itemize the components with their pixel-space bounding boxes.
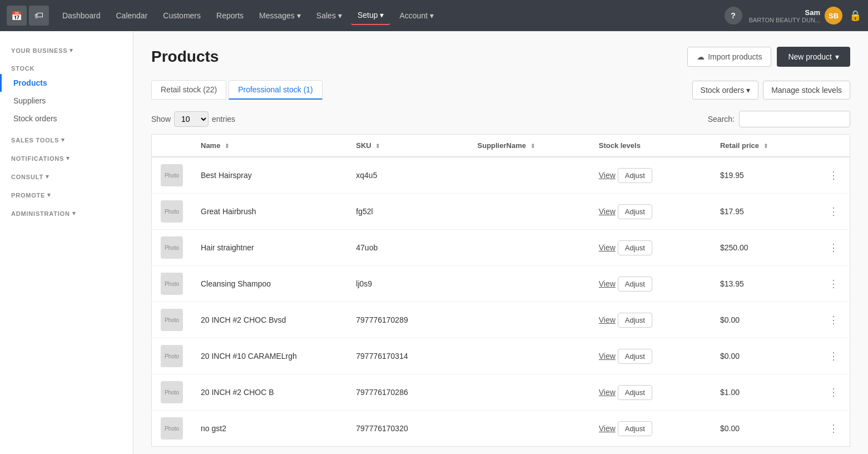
cell-photo: Photo	[152, 230, 192, 266]
price-value: $250.00	[720, 243, 748, 252]
nav-customers[interactable]: Customers	[156, 7, 207, 24]
sidebar-section-your-business: YOUR BUSINESS ▾	[0, 42, 133, 56]
nav-account-label: Account	[399, 11, 428, 20]
table-controls: Show 10 25 50 100 entries Search:	[151, 111, 850, 127]
nav-reports[interactable]: Reports	[210, 7, 250, 24]
new-product-button[interactable]: New product ▾	[777, 47, 850, 67]
view-stock-button[interactable]: View	[599, 279, 616, 288]
show-label: Show	[151, 115, 171, 124]
more-options-button[interactable]: ⋮	[826, 167, 841, 184]
adjust-stock-button[interactable]: Adjust	[618, 313, 652, 328]
nav-account[interactable]: Account ▾	[393, 7, 440, 24]
more-options-button[interactable]: ⋮	[826, 275, 841, 292]
adjust-stock-button[interactable]: Adjust	[618, 421, 652, 436]
nav-dashboard[interactable]: Dashboard	[56, 7, 107, 24]
cell-photo: Photo	[152, 302, 192, 338]
view-stock-button[interactable]: View	[599, 207, 616, 216]
photo-placeholder: Photo	[161, 273, 183, 295]
chevron-down-icon: ▾	[47, 191, 51, 199]
photo-placeholder: Photo	[161, 236, 183, 259]
more-options-button[interactable]: ⋮	[826, 312, 841, 328]
cell-actions: ⋮	[817, 302, 850, 338]
more-options-button[interactable]: ⋮	[826, 420, 841, 437]
manage-stock-button[interactable]: Manage stock levels	[763, 81, 850, 100]
cell-photo: Photo	[152, 194, 192, 230]
table-row: Photo 20 INCH #2 CHOC Bvsd 797776170289 …	[152, 302, 850, 338]
sidebar-stock-label: STOCK	[11, 65, 34, 72]
cell-name: Cleansing Shampoo	[192, 266, 347, 302]
view-stock-button[interactable]: View	[599, 388, 616, 397]
nav-setup[interactable]: Setup ▾	[351, 6, 391, 25]
view-stock-button[interactable]: View	[599, 243, 616, 252]
sidebar-section-administration: ADMINISTRATION ▾	[0, 205, 133, 219]
cell-name: Best Hairspray	[192, 157, 347, 194]
sidebar-your-business-label: YOUR BUSINESS	[11, 47, 67, 54]
adjust-stock-button[interactable]: Adjust	[618, 204, 652, 219]
tag-icon-btn[interactable]: 🏷	[29, 6, 49, 26]
nav-sales[interactable]: Sales ▾	[310, 7, 349, 24]
cell-supplier	[469, 411, 590, 447]
cell-sku: 47uob	[347, 230, 468, 266]
sidebar-sales-tools-label: SALES TOOLS	[11, 137, 59, 144]
cell-stock: View Adjust	[590, 230, 711, 266]
cell-price: $17.95	[711, 194, 817, 230]
tab-retail[interactable]: Retail stock (22)	[151, 80, 226, 100]
table-row: Photo Great Hairbrush fg52l View Adjust …	[152, 194, 850, 230]
adjust-stock-button[interactable]: Adjust	[618, 240, 652, 255]
adjust-stock-button[interactable]: Adjust	[618, 277, 652, 292]
cell-photo: Photo	[152, 157, 192, 194]
sidebar-item-products[interactable]: Products	[0, 74, 133, 92]
adjust-stock-button[interactable]: Adjust	[618, 385, 652, 400]
more-options-button[interactable]: ⋮	[826, 203, 841, 220]
nav-calendar[interactable]: Calendar	[110, 7, 155, 24]
help-button[interactable]: ?	[725, 7, 742, 24]
layout: YOUR BUSINESS ▾ STOCK Products Suppliers…	[0, 31, 868, 454]
more-options-button[interactable]: ⋮	[826, 384, 841, 401]
th-supplier-label: SupplierName	[478, 141, 526, 150]
th-sku[interactable]: SKU ⇕	[347, 135, 468, 157]
sidebar-section-notifications: NOTIFICATIONS ▾	[0, 150, 133, 164]
search-input[interactable]	[739, 111, 850, 127]
cell-actions: ⋮	[817, 338, 850, 374]
chevron-down-icon: ▾	[430, 11, 434, 20]
more-options-button[interactable]: ⋮	[826, 239, 841, 256]
lock-icon[interactable]: 🔒	[849, 9, 861, 22]
sidebar-section-promote: PROMOTE ▾	[0, 187, 133, 201]
th-photo	[152, 135, 192, 157]
cell-sku: fg52l	[347, 194, 468, 230]
stock-orders-button[interactable]: Stock orders ▾	[692, 81, 759, 100]
tab-professional[interactable]: Professional stock (1)	[229, 80, 323, 100]
view-stock-button[interactable]: View	[599, 315, 616, 324]
page-title: Products	[151, 48, 219, 66]
table-row: Photo Cleansing Shampoo lj0s9 View Adjus…	[152, 266, 850, 302]
nav-right: ? Sam BARTON BEAUTY DUN... SB 🔒	[725, 7, 861, 24]
sidebar-item-suppliers[interactable]: Suppliers	[0, 92, 133, 110]
cell-name: no gst2	[192, 411, 347, 447]
th-price-label: Retail price	[720, 141, 759, 150]
cell-sku: xq4u5	[347, 157, 468, 194]
cell-stock: View Adjust	[590, 302, 711, 338]
nav-sales-label: Sales	[316, 11, 336, 20]
view-stock-button[interactable]: View	[599, 352, 616, 361]
adjust-stock-button[interactable]: Adjust	[618, 349, 652, 364]
sort-icon: ⇕	[225, 143, 229, 149]
nav-messages[interactable]: Messages ▾	[252, 7, 307, 24]
th-name[interactable]: Name ⇕	[192, 135, 347, 157]
cell-stock: View Adjust	[590, 266, 711, 302]
import-products-button[interactable]: ☁ Import products	[687, 47, 771, 67]
cell-stock: View Adjust	[590, 194, 711, 230]
sidebar-item-stock-orders[interactable]: Stock orders	[0, 110, 133, 127]
more-options-button[interactable]: ⋮	[826, 348, 841, 364]
view-stock-button[interactable]: View	[599, 424, 616, 433]
view-stock-button[interactable]: View	[599, 171, 616, 180]
th-supplier[interactable]: SupplierName ⇕	[469, 135, 590, 157]
th-price[interactable]: Retail price ⇕	[711, 135, 817, 157]
avatar[interactable]: SB	[825, 7, 842, 24]
price-value: $13.95	[720, 279, 744, 288]
price-value: $19.95	[720, 171, 744, 180]
cell-actions: ⋮	[817, 374, 850, 411]
adjust-stock-button[interactable]: Adjust	[618, 168, 652, 183]
calendar-icon-btn[interactable]: 📅	[7, 6, 27, 26]
entries-select[interactable]: 10 25 50 100	[174, 111, 209, 127]
cell-supplier	[469, 194, 590, 230]
